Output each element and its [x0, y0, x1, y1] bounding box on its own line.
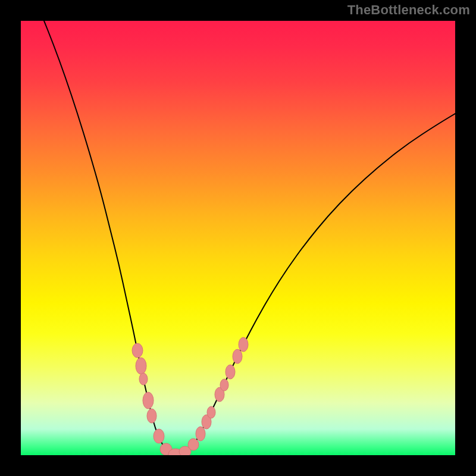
- data-marker: [196, 427, 205, 441]
- data-markers: [132, 337, 248, 455]
- data-marker: [147, 409, 156, 423]
- data-marker: [136, 358, 146, 374]
- plot-area: [21, 21, 455, 455]
- watermark-text: TheBottleneck.com: [347, 2, 470, 18]
- data-marker: [132, 343, 143, 358]
- data-marker: [139, 373, 148, 385]
- data-marker: [239, 337, 248, 352]
- data-marker: [154, 429, 164, 443]
- data-marker: [220, 379, 228, 391]
- data-marker: [226, 365, 235, 379]
- data-marker: [188, 439, 199, 450]
- chart-svg: [21, 21, 455, 455]
- data-marker: [207, 406, 215, 418]
- bottleneck-curve: [42, 21, 455, 455]
- chart-frame: TheBottleneck.com: [0, 0, 476, 476]
- data-marker: [233, 349, 242, 364]
- data-marker: [143, 392, 154, 409]
